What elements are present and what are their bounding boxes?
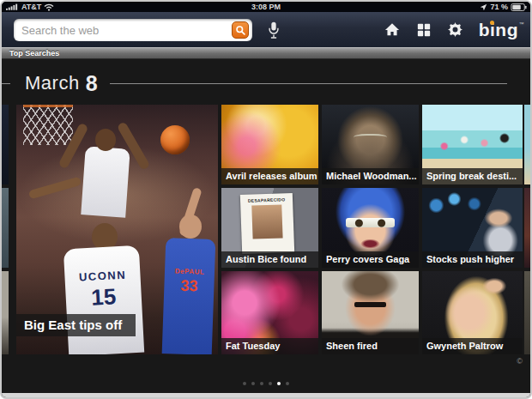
voice-search-button[interactable]	[265, 19, 282, 41]
tile-michael-woodman[interactable]: Michael Woodman...	[322, 105, 419, 184]
next-page-tile-sliver-1	[524, 105, 530, 184]
home-button[interactable]	[384, 21, 401, 39]
section-header: Top Searches	[2, 47, 530, 59]
bing-logo-text: bing	[479, 20, 518, 39]
page-dot-2[interactable]	[251, 382, 255, 385]
tile-caption: Michael Woodman...	[322, 168, 419, 184]
tile-stocks-push-higher[interactable]: Stocks push higher	[422, 188, 523, 268]
tile-caption: Spring break desti...	[422, 168, 523, 184]
tile-fat-tuesday[interactable]: Fat Tuesday	[221, 271, 318, 354]
microphone-icon	[267, 21, 281, 40]
tile-perry-covers-gaga[interactable]: Perry covers Gaga	[322, 188, 419, 268]
location-services-icon	[480, 3, 487, 11]
page-dot-6[interactable]	[286, 382, 289, 385]
page-dots	[2, 382, 530, 385]
page-dot-1[interactable]	[243, 382, 246, 385]
basketball	[160, 125, 190, 154]
heading-rule	[110, 83, 507, 84]
next-page-tile-sliver-2	[524, 188, 530, 268]
player-head	[95, 129, 116, 151]
prev-page-tile-sliver-3	[2, 271, 9, 354]
tile-austin-bice-found[interactable]: DESAPARECIDO Austin Bice found	[221, 188, 318, 268]
search-input[interactable]	[14, 24, 252, 37]
bing-logo-dot	[490, 21, 494, 25]
tile-caption: Stocks push higher	[422, 251, 523, 268]
search-icon	[235, 25, 246, 36]
tile-avril-releases-album[interactable]: Avril releases album	[221, 105, 318, 184]
bing-trademark: ™	[519, 21, 525, 27]
tile-spring-break-destinations[interactable]: Spring break desti...	[422, 105, 523, 184]
battery-percent-label: 71 %	[490, 3, 508, 11]
gear-icon	[448, 22, 462, 37]
prev-page-tile-sliver-2	[2, 188, 9, 268]
player-jersey-uconn: UCONN 15	[63, 245, 144, 354]
tile-gwyneth-paltrow[interactable]: Gwyneth Paltrow	[422, 271, 523, 354]
poster-photo	[251, 204, 281, 239]
sunglasses-shape	[354, 302, 385, 307]
eyeglasses-shape	[354, 134, 386, 142]
tile-big-east-tips-off[interactable]: UCONN 15 DePAUL 33 Big East tips off	[16, 105, 218, 354]
grid-icon	[417, 23, 431, 37]
tile-caption: Fat Tuesday	[221, 338, 318, 354]
page-dot-3[interactable]	[260, 382, 263, 385]
prev-page-edge	[2, 105, 9, 354]
battery-icon	[511, 3, 527, 11]
page-dot-5[interactable]	[277, 382, 281, 385]
player-head	[179, 215, 202, 239]
tile-caption: Sheen fired	[322, 338, 419, 354]
copyright-mark: ©	[517, 357, 523, 366]
apps-grid-button[interactable]	[415, 21, 432, 39]
status-bar: AT&T 3:08 PM 71 %	[2, 2, 530, 12]
settings-button[interactable]	[447, 21, 464, 39]
next-page-tile-sliver-3	[524, 271, 530, 354]
next-page-edge	[524, 105, 530, 354]
tile-sheen-fired[interactable]: Sheen fired	[322, 271, 419, 354]
date-heading: March 8	[2, 70, 530, 96]
jersey-number-text: 33	[164, 276, 215, 296]
tile-caption: Avril releases album	[221, 168, 318, 184]
tile-grid: Avril releases album Michael Woodman... …	[221, 105, 523, 354]
home-icon	[384, 22, 400, 37]
featured-tile-caption: Big East tips off	[16, 314, 136, 336]
app-toolbar: bing ™	[2, 12, 530, 48]
section-title: Top Searches	[9, 49, 59, 57]
search-box[interactable]	[14, 19, 252, 41]
tile-caption: Perry covers Gaga	[322, 251, 419, 268]
missing-person-poster: DESAPARECIDO	[239, 192, 293, 253]
tile-caption: Austin Bice found	[221, 251, 318, 268]
player-jersey-back	[81, 146, 130, 217]
prev-page-tile-sliver-1	[2, 105, 9, 184]
player-jersey-depaul: DePAUL 33	[162, 238, 216, 354]
player-arm	[28, 177, 82, 200]
month-label: March	[25, 72, 80, 94]
jersey-number-text: 15	[65, 282, 142, 313]
search-button[interactable]	[232, 21, 249, 39]
page-dot-4[interactable]	[269, 382, 272, 385]
heading-left-tick	[2, 83, 10, 84]
day-label: 8	[86, 71, 98, 96]
poster-text: DESAPARECIDO	[240, 196, 293, 203]
bing-logo: bing ™	[479, 21, 523, 39]
jersey-team-text: DePAUL	[165, 267, 215, 276]
bing-app-window: AT&T 3:08 PM 71 %	[0, 0, 532, 399]
sunglasses-shape	[346, 218, 395, 227]
clock: 3:08 PM	[2, 2, 530, 12]
window-bottom-strip	[2, 393, 530, 397]
tile-caption: Gwyneth Paltrow	[422, 338, 523, 354]
basketball-net	[23, 105, 73, 145]
